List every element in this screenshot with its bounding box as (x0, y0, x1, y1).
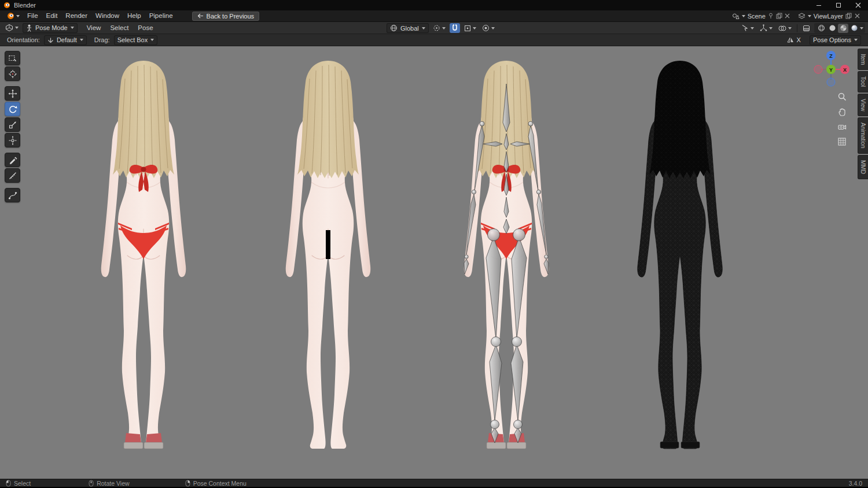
tool-rotate-button[interactable] (5, 102, 20, 116)
viewlayer-name: ViewLayer (814, 13, 843, 20)
toggle-grid-icon[interactable] (836, 135, 848, 148)
object-visibility-dropdown[interactable] (740, 23, 756, 33)
magnet-icon (451, 24, 458, 32)
shading-material-button[interactable] (838, 24, 848, 33)
tool-cursor-button[interactable] (5, 66, 20, 81)
back-to-previous-button[interactable]: Back to Previous (192, 12, 260, 21)
statusbar: Select Rotate View Pose Context Menu 3.4… (0, 479, 868, 487)
mouse-left-icon (6, 480, 11, 487)
tab-tool[interactable]: Tool (858, 71, 868, 92)
gizmos-toggle[interactable] (758, 23, 774, 33)
zoom-icon[interactable] (836, 90, 848, 103)
chevron-down-icon (15, 27, 19, 29)
gizmo-axis-x-neg[interactable] (814, 65, 822, 73)
new-viewlayer-icon[interactable] (845, 13, 852, 19)
chevron-down-icon (808, 15, 811, 17)
chevron-down-icon (491, 27, 495, 29)
tool-transform-button[interactable] (5, 133, 20, 147)
close-button[interactable] (848, 0, 868, 10)
camera-view-icon[interactable] (836, 120, 848, 133)
status-context-menu-label: Pose Context Menu (193, 480, 247, 487)
chevron-down-icon (854, 39, 858, 41)
window-title: Blender (14, 2, 36, 9)
pose-options-dropdown[interactable]: Pose Options (810, 35, 861, 45)
orientation-label: Orientation: (7, 36, 40, 43)
unlink-scene-icon[interactable] (785, 13, 790, 19)
tool-select-box-button[interactable] (5, 51, 20, 65)
menu-file[interactable]: File (23, 10, 42, 21)
selectability-icon (741, 24, 749, 32)
new-scene-icon[interactable] (776, 13, 782, 19)
toolbar (5, 51, 20, 202)
window-controls (809, 0, 868, 10)
menu-window[interactable]: Window (91, 10, 123, 21)
tab-item[interactable]: Item (858, 49, 868, 70)
tool-pose-breakdowner-button[interactable] (5, 188, 20, 202)
drag-dropdown[interactable]: Select Box (114, 35, 158, 45)
overlays-toggle[interactable] (777, 23, 793, 33)
chevron-down-icon (751, 27, 754, 29)
mode-select[interactable]: Pose Mode (23, 23, 78, 33)
tab-animation[interactable]: Animation (858, 117, 868, 153)
menu-view[interactable]: View (82, 24, 106, 31)
tool-measure-button[interactable] (5, 168, 20, 183)
proportional-editing-dropdown[interactable] (480, 23, 496, 33)
mirror-x-label: X (797, 36, 801, 43)
menu-pose[interactable]: Pose (133, 24, 157, 31)
viewport-3d[interactable]: Z X Y Item Tool Vi (0, 46, 868, 479)
menu-render[interactable]: Render (61, 10, 91, 21)
pin-icon[interactable] (768, 13, 774, 19)
snapping-dropdown[interactable] (462, 23, 478, 33)
transform-controls: Global (387, 23, 496, 33)
shading-mode-group (814, 23, 865, 33)
editor-type-button[interactable] (3, 23, 20, 33)
scene-icon (732, 13, 740, 20)
model-armature[interactable] (448, 58, 564, 467)
shading-wireframe-button[interactable] (816, 24, 826, 33)
chevron-down-icon (422, 27, 425, 29)
tool-scale-button[interactable] (5, 117, 20, 132)
blender-window: Blender File Edit Render Window Help Pip… (0, 0, 868, 488)
status-select-label: Select (14, 480, 31, 487)
menu-edit[interactable]: Edit (42, 10, 62, 21)
gizmo-axis-z-neg[interactable] (827, 78, 835, 86)
menu-help[interactable]: Help (123, 10, 145, 21)
scene-selector[interactable]: Scene (728, 13, 794, 20)
xray-toggle[interactable] (801, 23, 812, 33)
tab-mmd[interactable]: MMD (858, 155, 868, 179)
model-bikini[interactable] (86, 58, 201, 467)
remove-viewlayer-icon[interactable] (854, 13, 860, 19)
viewlayer-selector[interactable]: ViewLayer (794, 13, 865, 20)
transform-orientation-dropdown[interactable]: Global (387, 23, 429, 33)
navigation-gizmo[interactable]: Z X Y (810, 49, 852, 90)
pan-hand-icon[interactable] (836, 105, 848, 118)
shading-rendered-button[interactable] (849, 24, 859, 33)
tool-move-button[interactable] (5, 86, 20, 101)
axes-icon (47, 37, 54, 43)
rendered-sphere-icon (851, 24, 858, 32)
status-rotate-view: Rotate View (89, 480, 129, 487)
menu-select[interactable]: Select (105, 24, 133, 31)
proportional-editing-icon (482, 24, 490, 32)
orientation-dropdown[interactable]: Default (44, 35, 87, 45)
maximize-button[interactable] (829, 0, 848, 10)
mouse-right-icon (185, 480, 190, 487)
model-censored[interactable] (270, 58, 386, 467)
model-wireframe[interactable] (622, 58, 738, 467)
overlays-icon (778, 25, 786, 32)
mirror-x-toggle[interactable]: X (786, 36, 801, 43)
chevron-down-icon (860, 27, 863, 29)
mouse-middle-icon (89, 480, 94, 487)
material-sphere-icon (840, 24, 847, 32)
minimize-button[interactable] (809, 0, 829, 10)
snap-toggle[interactable] (450, 23, 460, 33)
orientation-value: Default (57, 36, 77, 43)
tool-annotate-button[interactable] (5, 153, 20, 167)
menu-pipeline[interactable]: Pipeline (145, 10, 177, 21)
drag-value: Select Box (117, 36, 148, 43)
tab-view[interactable]: View (858, 94, 868, 117)
blender-app-menu[interactable] (3, 12, 23, 20)
gizmo-y-label: Y (829, 67, 833, 73)
pivot-point-dropdown[interactable] (431, 23, 447, 33)
shading-solid-button[interactable] (827, 24, 837, 33)
